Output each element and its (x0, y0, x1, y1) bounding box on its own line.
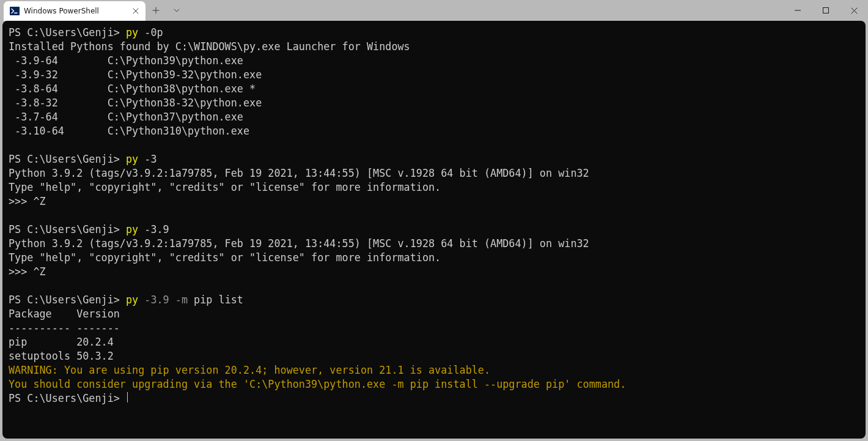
new-tab-button[interactable] (145, 0, 166, 21)
terminal-line: PS C:\Users\Genji> py -3.9 (9, 223, 859, 237)
terminal-line: -3.8-32 C:\Python38-32\python.exe (9, 96, 859, 110)
terminal-line: ---------- ------- (9, 321, 859, 335)
terminal-line: -3.9-64 C:\Python39\python.exe (9, 54, 859, 68)
svg-rect-3 (823, 8, 829, 13)
prompt-prefix: PS C:\Users\Genji> (9, 392, 126, 404)
terminal-line (9, 209, 859, 223)
terminal-line: -3.10-64 C:\Python310\python.exe (9, 124, 859, 138)
prompt-prefix: PS C:\Users\Genji> (9, 294, 126, 306)
window-controls (784, 0, 868, 21)
command-arg: pip list (194, 294, 243, 306)
terminal-line: Python 3.9.2 (tags/v3.9.2:1a79785, Feb 1… (9, 237, 859, 251)
terminal-line: Package Version (9, 307, 859, 321)
terminal-line: PS C:\Users\Genji> py -0p (9, 26, 859, 40)
minimize-button[interactable] (784, 0, 812, 21)
terminal-line (9, 279, 859, 293)
terminal-line: Type "help", "copyright", "credits" or "… (9, 251, 859, 265)
terminal-line: PS C:\Users\Genji> py -3 (9, 152, 859, 166)
tab-powershell[interactable]: Windows PowerShell (4, 1, 145, 21)
close-button[interactable] (840, 0, 868, 21)
command-token: py (126, 153, 144, 165)
terminal-line: Installed Pythons found by C:\WINDOWS\py… (9, 40, 859, 54)
prompt-prefix: PS C:\Users\Genji> (9, 223, 126, 235)
powershell-icon (10, 6, 20, 16)
maximize-button[interactable] (812, 0, 840, 21)
command-token: py (126, 294, 144, 306)
text-cursor (127, 392, 128, 402)
terminal-line: >>> ^Z (9, 265, 859, 279)
terminal-line: WARNING: You are using pip version 20.2.… (9, 363, 859, 377)
terminal-line: >>> ^Z (9, 195, 859, 209)
terminal-line: PS C:\Users\Genji> py -3.9 -m pip list (9, 293, 859, 307)
title-bar: Windows PowerShell (0, 0, 868, 21)
prompt-prefix: PS C:\Users\Genji> (9, 26, 126, 39)
terminal-line: Python 3.9.2 (tags/v3.9.2:1a79785, Feb 1… (9, 166, 859, 180)
terminal-line: setuptools 50.3.2 (9, 349, 859, 363)
tab-close-button[interactable] (131, 6, 141, 16)
terminal-line: pip 20.2.4 (9, 335, 859, 349)
terminal-line: You should consider upgrading via the 'C… (9, 377, 859, 391)
terminal-line: -3.9-32 C:\Python39-32\python.exe (9, 68, 859, 82)
command-arg: -0p (144, 26, 163, 39)
command-token: py (126, 223, 144, 235)
command-arg: -3 (144, 153, 156, 165)
command-arg: -3.9 -m (144, 294, 194, 306)
prompt-prefix: PS C:\Users\Genji> (9, 153, 126, 165)
terminal-line: Type "help", "copyright", "credits" or "… (9, 180, 859, 195)
terminal-line: PS C:\Users\Genji> (9, 391, 859, 406)
terminal-line: -3.7-64 C:\Python37\python.exe (9, 110, 859, 124)
command-arg: -3.9 (144, 223, 169, 235)
terminal-output[interactable]: PS C:\Users\Genji> py -0pInstalled Pytho… (2, 21, 866, 439)
terminal-line (9, 138, 859, 152)
tab-dropdown-button[interactable] (166, 0, 187, 21)
terminal-line: -3.8-64 C:\Python38\python.exe * (9, 82, 859, 96)
svg-rect-0 (10, 7, 20, 15)
tab-title: Windows PowerShell (24, 7, 127, 15)
command-token: py (126, 26, 144, 39)
